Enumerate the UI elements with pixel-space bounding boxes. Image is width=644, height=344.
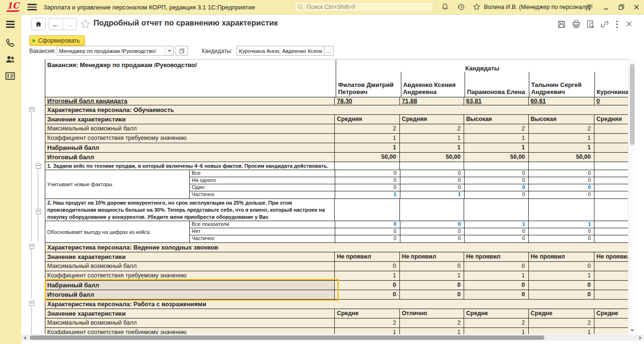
report-cell[interactable]: Не проявил <box>528 252 594 261</box>
report-cell[interactable]: 1 <box>400 191 464 198</box>
report-cell[interactable]: 1 <box>399 271 464 280</box>
report-cell[interactable]: 0 <box>399 290 464 299</box>
report-cell[interactable]: Средне <box>334 309 399 318</box>
report-cell[interactable] <box>594 318 628 327</box>
answer-label[interactable]: Все <box>189 170 335 177</box>
report-cell[interactable] <box>594 134 628 143</box>
scroll-right-arrow[interactable] <box>639 336 642 340</box>
report-cell[interactable]: 0 <box>464 184 528 191</box>
report-cell[interactable]: Высокая <box>528 115 594 124</box>
favorite-star-icon[interactable] <box>80 18 91 30</box>
back-button[interactable]: ← <box>49 18 63 30</box>
report-cell[interactable]: 1 <box>334 143 399 152</box>
report-cell[interactable]: 0 <box>400 170 464 177</box>
report-cell[interactable]: Не проявил <box>399 252 464 261</box>
report-cell[interactable] <box>594 290 628 299</box>
report-cell[interactable] <box>464 162 528 170</box>
report-cell[interactable]: 0 <box>399 262 464 271</box>
answer-label[interactable]: Один <box>189 184 335 191</box>
report-cell[interactable]: 0 <box>334 281 399 290</box>
report-cell[interactable] <box>594 177 628 184</box>
restore-button[interactable] <box>618 3 625 11</box>
report-cell[interactable]: 1 <box>334 328 399 334</box>
row-label[interactable]: Значение характеристики <box>45 252 334 261</box>
vertical-scrollbar-thumb[interactable] <box>630 64 635 145</box>
collapse-toggle[interactable] <box>29 244 34 249</box>
report-cell[interactable] <box>594 228 628 235</box>
report-cell[interactable]: 1 <box>334 271 399 280</box>
report-cell[interactable]: 0 <box>528 170 594 177</box>
report-cell[interactable]: Средне <box>464 309 528 318</box>
report-cell[interactable] <box>528 162 594 170</box>
report-cell[interactable]: 0 <box>399 281 464 290</box>
row-label[interactable]: Коэффициент соответствия требуемому знач… <box>45 271 334 280</box>
horizontal-scrollbar[interactable] <box>21 335 644 341</box>
report-cell[interactable]: 0 <box>464 177 528 184</box>
report-cell[interactable]: 1 <box>335 191 399 198</box>
vertical-scrollbar[interactable] <box>628 59 636 334</box>
report-cell[interactable]: 50,00 <box>528 153 594 162</box>
report-cell[interactable] <box>594 143 628 152</box>
report-cell[interactable]: 0 <box>335 170 399 177</box>
vacancy-open-button[interactable] <box>176 46 188 56</box>
report-cell[interactable]: 2 <box>334 318 399 327</box>
report-cell[interactable]: 0 <box>400 177 464 184</box>
report-cell[interactable]: Средне <box>594 309 628 318</box>
report-cell[interactable]: 1 <box>528 271 594 280</box>
candidate-name[interactable]: Курочкина <box>594 72 628 97</box>
report-cell[interactable]: 1 <box>528 328 594 334</box>
report-cell[interactable]: 0 <box>335 184 399 191</box>
section-label[interactable]: Характеристика персонала: Ведение холодн… <box>45 243 628 252</box>
report-cell[interactable] <box>594 184 628 191</box>
generate-button[interactable]: Сформировать <box>29 35 85 46</box>
global-search[interactable] <box>294 2 434 12</box>
report-cell[interactable]: 0 <box>464 228 528 235</box>
candidates-input[interactable] <box>237 46 324 55</box>
report-cell[interactable]: 0 <box>464 290 528 299</box>
notifications-bell-icon[interactable] <box>441 3 449 11</box>
report-cell[interactable]: 0 <box>528 191 594 198</box>
report-cell[interactable] <box>594 235 628 242</box>
collapse-toggle[interactable] <box>29 107 34 112</box>
row-label[interactable]: Максимальный возможный балл <box>45 124 334 133</box>
report-cell[interactable] <box>594 271 628 280</box>
service-menu-icon[interactable] <box>586 3 594 12</box>
report-cell[interactable]: 50,00 <box>399 153 464 162</box>
report-cell[interactable]: Средняя <box>594 115 628 124</box>
vacancy-input[interactable] <box>57 46 165 55</box>
report-cell[interactable]: 0 <box>335 235 399 242</box>
history-icon[interactable] <box>457 3 466 11</box>
current-user[interactable]: Волина И.В. (Менеджер по персоналу) <box>484 4 590 10</box>
row-label[interactable]: Максимальный возможный балл <box>45 318 334 327</box>
report-cell[interactable]: 0 <box>400 184 464 191</box>
report-cell[interactable]: 1 <box>464 221 528 228</box>
row-label[interactable]: Итоговый балл <box>45 290 334 299</box>
vacancy-dropdown-button[interactable] <box>165 46 173 55</box>
row-label[interactable]: Итоговый балл кандидата <box>45 97 334 105</box>
report-cell[interactable]: 0 <box>335 177 399 184</box>
phone-icon[interactable] <box>5 38 16 48</box>
report-cell[interactable]: 63,81 <box>464 97 528 105</box>
horizontal-scrollbar-thumb[interactable] <box>30 335 544 340</box>
forward-button[interactable]: → <box>63 18 77 30</box>
report-cell[interactable] <box>594 199 628 221</box>
report-cell[interactable]: 0 <box>335 221 399 228</box>
report-cell[interactable]: 1 <box>334 134 399 143</box>
report-cell[interactable]: 1 <box>528 221 594 228</box>
scroll-down-arrow[interactable] <box>630 329 634 332</box>
report-cell[interactable]: 0 <box>464 262 528 271</box>
report-cell[interactable]: 0 <box>528 228 594 235</box>
report-cell[interactable]: 1 <box>464 328 528 334</box>
favorites-star-icon[interactable] <box>473 3 481 11</box>
home-button[interactable] <box>31 18 46 30</box>
report-cell[interactable]: Высокая <box>464 115 528 124</box>
report-cell[interactable]: 2 <box>528 318 594 327</box>
report-cell[interactable]: 60,61 <box>528 97 594 105</box>
close-report-icon[interactable] <box>625 20 634 29</box>
more-actions-icon[interactable] <box>614 20 620 29</box>
report-cell[interactable]: 0 <box>334 290 399 299</box>
report-cell[interactable] <box>464 199 528 221</box>
main-menu-icon[interactable] <box>27 4 37 10</box>
candidate-name[interactable]: Парамонова Елена <box>465 72 529 97</box>
report-cell[interactable]: 0 <box>528 262 594 271</box>
